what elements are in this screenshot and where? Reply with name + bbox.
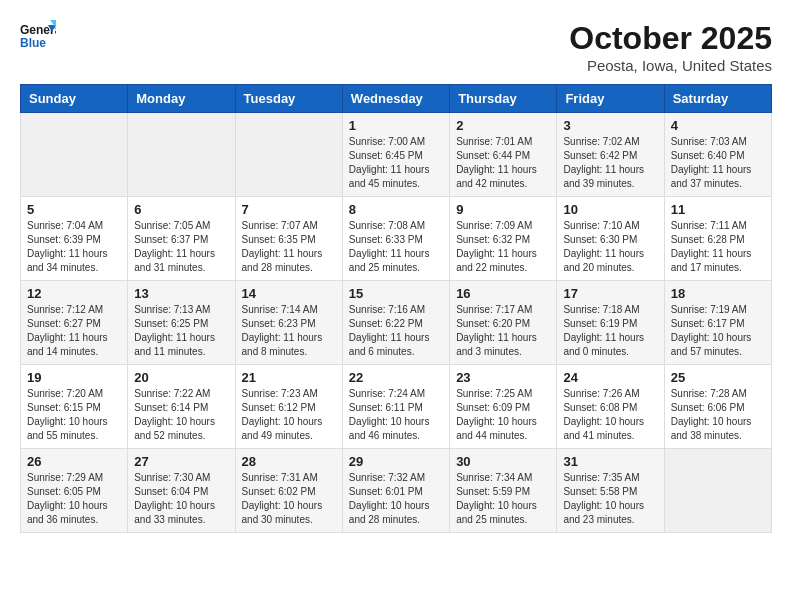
table-row: 31Sunrise: 7:35 AM Sunset: 5:58 PM Dayli…: [557, 449, 664, 533]
day-number: 25: [671, 370, 765, 385]
table-row: 18Sunrise: 7:19 AM Sunset: 6:17 PM Dayli…: [664, 281, 771, 365]
day-info: Sunrise: 7:34 AM Sunset: 5:59 PM Dayligh…: [456, 471, 550, 527]
table-row: 30Sunrise: 7:34 AM Sunset: 5:59 PM Dayli…: [450, 449, 557, 533]
day-number: 28: [242, 454, 336, 469]
day-info: Sunrise: 7:02 AM Sunset: 6:42 PM Dayligh…: [563, 135, 657, 191]
week-row-1: 1Sunrise: 7:00 AM Sunset: 6:45 PM Daylig…: [21, 113, 772, 197]
day-info: Sunrise: 7:30 AM Sunset: 6:04 PM Dayligh…: [134, 471, 228, 527]
svg-text:Blue: Blue: [20, 36, 46, 50]
day-number: 30: [456, 454, 550, 469]
day-number: 5: [27, 202, 121, 217]
day-info: Sunrise: 7:32 AM Sunset: 6:01 PM Dayligh…: [349, 471, 443, 527]
day-number: 7: [242, 202, 336, 217]
table-row: 8Sunrise: 7:08 AM Sunset: 6:33 PM Daylig…: [342, 197, 449, 281]
day-number: 29: [349, 454, 443, 469]
day-info: Sunrise: 7:16 AM Sunset: 6:22 PM Dayligh…: [349, 303, 443, 359]
header-friday: Friday: [557, 85, 664, 113]
day-number: 24: [563, 370, 657, 385]
table-row: 15Sunrise: 7:16 AM Sunset: 6:22 PM Dayli…: [342, 281, 449, 365]
day-info: Sunrise: 7:22 AM Sunset: 6:14 PM Dayligh…: [134, 387, 228, 443]
table-row: [21, 113, 128, 197]
table-row: 14Sunrise: 7:14 AM Sunset: 6:23 PM Dayli…: [235, 281, 342, 365]
table-row: 3Sunrise: 7:02 AM Sunset: 6:42 PM Daylig…: [557, 113, 664, 197]
weekday-header-row: Sunday Monday Tuesday Wednesday Thursday…: [21, 85, 772, 113]
table-row: 9Sunrise: 7:09 AM Sunset: 6:32 PM Daylig…: [450, 197, 557, 281]
table-row: 17Sunrise: 7:18 AM Sunset: 6:19 PM Dayli…: [557, 281, 664, 365]
day-number: 4: [671, 118, 765, 133]
table-row: 12Sunrise: 7:12 AM Sunset: 6:27 PM Dayli…: [21, 281, 128, 365]
table-row: 27Sunrise: 7:30 AM Sunset: 6:04 PM Dayli…: [128, 449, 235, 533]
day-info: Sunrise: 7:20 AM Sunset: 6:15 PM Dayligh…: [27, 387, 121, 443]
table-row: [235, 113, 342, 197]
day-info: Sunrise: 7:14 AM Sunset: 6:23 PM Dayligh…: [242, 303, 336, 359]
day-info: Sunrise: 7:23 AM Sunset: 6:12 PM Dayligh…: [242, 387, 336, 443]
table-row: 11Sunrise: 7:11 AM Sunset: 6:28 PM Dayli…: [664, 197, 771, 281]
table-row: 26Sunrise: 7:29 AM Sunset: 6:05 PM Dayli…: [21, 449, 128, 533]
table-row: 2Sunrise: 7:01 AM Sunset: 6:44 PM Daylig…: [450, 113, 557, 197]
table-row: 24Sunrise: 7:26 AM Sunset: 6:08 PM Dayli…: [557, 365, 664, 449]
day-info: Sunrise: 7:05 AM Sunset: 6:37 PM Dayligh…: [134, 219, 228, 275]
table-row: 25Sunrise: 7:28 AM Sunset: 6:06 PM Dayli…: [664, 365, 771, 449]
page-header: General Blue October 2025 Peosta, Iowa, …: [20, 20, 772, 74]
week-row-3: 12Sunrise: 7:12 AM Sunset: 6:27 PM Dayli…: [21, 281, 772, 365]
table-row: 23Sunrise: 7:25 AM Sunset: 6:09 PM Dayli…: [450, 365, 557, 449]
header-saturday: Saturday: [664, 85, 771, 113]
day-info: Sunrise: 7:25 AM Sunset: 6:09 PM Dayligh…: [456, 387, 550, 443]
day-number: 15: [349, 286, 443, 301]
day-number: 10: [563, 202, 657, 217]
day-number: 23: [456, 370, 550, 385]
day-info: Sunrise: 7:24 AM Sunset: 6:11 PM Dayligh…: [349, 387, 443, 443]
day-number: 18: [671, 286, 765, 301]
day-number: 17: [563, 286, 657, 301]
table-row: 22Sunrise: 7:24 AM Sunset: 6:11 PM Dayli…: [342, 365, 449, 449]
header-sunday: Sunday: [21, 85, 128, 113]
day-number: 26: [27, 454, 121, 469]
day-number: 6: [134, 202, 228, 217]
day-info: Sunrise: 7:08 AM Sunset: 6:33 PM Dayligh…: [349, 219, 443, 275]
week-row-4: 19Sunrise: 7:20 AM Sunset: 6:15 PM Dayli…: [21, 365, 772, 449]
calendar-title: October 2025: [569, 20, 772, 57]
day-number: 2: [456, 118, 550, 133]
day-info: Sunrise: 7:04 AM Sunset: 6:39 PM Dayligh…: [27, 219, 121, 275]
table-row: 5Sunrise: 7:04 AM Sunset: 6:39 PM Daylig…: [21, 197, 128, 281]
day-info: Sunrise: 7:17 AM Sunset: 6:20 PM Dayligh…: [456, 303, 550, 359]
logo-icon: General Blue: [20, 20, 56, 50]
week-row-5: 26Sunrise: 7:29 AM Sunset: 6:05 PM Dayli…: [21, 449, 772, 533]
day-number: 27: [134, 454, 228, 469]
day-number: 22: [349, 370, 443, 385]
day-number: 16: [456, 286, 550, 301]
header-thursday: Thursday: [450, 85, 557, 113]
header-monday: Monday: [128, 85, 235, 113]
table-row: 29Sunrise: 7:32 AM Sunset: 6:01 PM Dayli…: [342, 449, 449, 533]
day-info: Sunrise: 7:19 AM Sunset: 6:17 PM Dayligh…: [671, 303, 765, 359]
day-info: Sunrise: 7:13 AM Sunset: 6:25 PM Dayligh…: [134, 303, 228, 359]
day-number: 3: [563, 118, 657, 133]
day-info: Sunrise: 7:12 AM Sunset: 6:27 PM Dayligh…: [27, 303, 121, 359]
table-row: 28Sunrise: 7:31 AM Sunset: 6:02 PM Dayli…: [235, 449, 342, 533]
day-number: 13: [134, 286, 228, 301]
table-row: 7Sunrise: 7:07 AM Sunset: 6:35 PM Daylig…: [235, 197, 342, 281]
table-row: [128, 113, 235, 197]
day-info: Sunrise: 7:01 AM Sunset: 6:44 PM Dayligh…: [456, 135, 550, 191]
calendar-subtitle: Peosta, Iowa, United States: [569, 57, 772, 74]
day-number: 11: [671, 202, 765, 217]
day-number: 12: [27, 286, 121, 301]
header-tuesday: Tuesday: [235, 85, 342, 113]
header-wednesday: Wednesday: [342, 85, 449, 113]
day-info: Sunrise: 7:03 AM Sunset: 6:40 PM Dayligh…: [671, 135, 765, 191]
day-number: 21: [242, 370, 336, 385]
table-row: 1Sunrise: 7:00 AM Sunset: 6:45 PM Daylig…: [342, 113, 449, 197]
day-info: Sunrise: 7:11 AM Sunset: 6:28 PM Dayligh…: [671, 219, 765, 275]
day-info: Sunrise: 7:28 AM Sunset: 6:06 PM Dayligh…: [671, 387, 765, 443]
title-section: October 2025 Peosta, Iowa, United States: [569, 20, 772, 74]
table-row: 20Sunrise: 7:22 AM Sunset: 6:14 PM Dayli…: [128, 365, 235, 449]
table-row: 16Sunrise: 7:17 AM Sunset: 6:20 PM Dayli…: [450, 281, 557, 365]
day-info: Sunrise: 7:00 AM Sunset: 6:45 PM Dayligh…: [349, 135, 443, 191]
table-row: 4Sunrise: 7:03 AM Sunset: 6:40 PM Daylig…: [664, 113, 771, 197]
day-info: Sunrise: 7:07 AM Sunset: 6:35 PM Dayligh…: [242, 219, 336, 275]
table-row: 10Sunrise: 7:10 AM Sunset: 6:30 PM Dayli…: [557, 197, 664, 281]
day-number: 9: [456, 202, 550, 217]
day-number: 20: [134, 370, 228, 385]
day-info: Sunrise: 7:26 AM Sunset: 6:08 PM Dayligh…: [563, 387, 657, 443]
day-number: 31: [563, 454, 657, 469]
